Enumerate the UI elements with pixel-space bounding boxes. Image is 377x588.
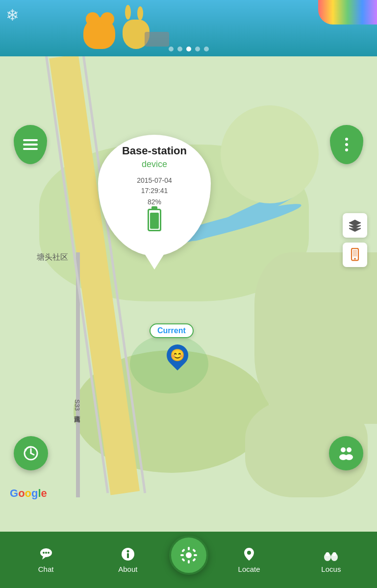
nav-item-locate[interactable]: Locate: [208, 546, 290, 573]
svg-point-28: [247, 551, 251, 555]
svg-point-32: [332, 552, 336, 556]
map-area[interactable]: 塘头社区 S33莆炎高速 Base-station device 2015-07…: [0, 56, 377, 534]
svg-point-31: [326, 552, 329, 556]
map-label-chinese: 塘头社区: [37, 252, 68, 263]
battery-percentage: 82%: [110, 198, 199, 206]
color-bar: [318, 0, 377, 24]
svg-rect-21: [188, 560, 190, 564]
settings-icon: [179, 545, 199, 565]
more-dots-icon: [345, 138, 348, 151]
family-icon: [337, 444, 355, 463]
layers-icon: [348, 219, 362, 232]
location-pin: 😊: [167, 344, 188, 366]
locus-icon: [323, 546, 339, 562]
chat-icon: [38, 546, 54, 562]
location-card-title: Base-station: [110, 145, 199, 157]
svg-point-19: [186, 552, 192, 558]
svg-point-10: [345, 454, 353, 460]
banner-characters: [74, 12, 181, 49]
battery-fill: [150, 213, 159, 229]
nav-label-locus: Locus: [321, 565, 341, 573]
svg-point-13: [43, 552, 45, 554]
hamburger-icon: [23, 139, 38, 150]
locate-icon: [241, 546, 257, 562]
nav-item-locus[interactable]: Locus: [290, 546, 372, 573]
layers-button[interactable]: [343, 213, 367, 238]
snowflake-left-icon: ❄: [6, 6, 19, 24]
location-card-device: device: [110, 159, 199, 170]
current-location-label: Current: [150, 323, 194, 338]
banner-dot-2: [177, 47, 182, 51]
device-icon: [349, 248, 361, 262]
bottom-navigation: Chat About: [0, 532, 377, 588]
svg-point-14: [45, 552, 47, 554]
nav-label-chat: Chat: [38, 565, 54, 573]
svg-point-15: [48, 552, 50, 554]
svg-line-5: [31, 453, 34, 455]
nav-settings-fab[interactable]: [169, 536, 208, 575]
svg-point-7: [341, 447, 346, 452]
history-button[interactable]: [14, 436, 48, 470]
svg-rect-26: [181, 558, 185, 562]
svg-rect-24: [181, 548, 185, 552]
svg-point-18: [126, 550, 129, 553]
svg-point-2: [354, 258, 356, 260]
history-icon: [22, 444, 40, 463]
location-card-time: 17:29:41: [110, 186, 199, 196]
svg-rect-22: [180, 554, 184, 556]
nav-item-about[interactable]: About: [87, 546, 169, 573]
svg-rect-1: [353, 250, 357, 257]
pin-face-icon: 😊: [170, 348, 185, 362]
banner-dot-1: [169, 47, 174, 51]
svg-point-8: [347, 447, 352, 452]
info-icon: [120, 546, 136, 562]
svg-rect-17: [127, 553, 129, 558]
svg-rect-20: [188, 547, 190, 550]
nav-label-about: About: [118, 565, 137, 573]
banner-dot-4: [195, 47, 200, 51]
location-card-date: 2015-07-04: [110, 175, 199, 186]
nav-label-locate: Locate: [238, 565, 260, 573]
svg-rect-23: [194, 554, 197, 556]
map-background: [0, 56, 377, 534]
banner-dot-3: [186, 47, 191, 51]
road-label: S33莆炎高速: [73, 399, 81, 411]
banner-dots: [169, 47, 209, 51]
google-logo: Google: [10, 487, 47, 500]
family-button[interactable]: [329, 436, 363, 470]
svg-rect-25: [192, 548, 196, 552]
banner-section: ❄ ❄: [0, 0, 377, 56]
svg-rect-27: [192, 558, 196, 562]
device-button[interactable]: [343, 243, 367, 267]
battery-icon: [148, 209, 161, 231]
pin-icon: 😊: [162, 340, 193, 370]
banner-dot-5: [204, 47, 209, 51]
nav-item-chat[interactable]: Chat: [5, 546, 87, 573]
